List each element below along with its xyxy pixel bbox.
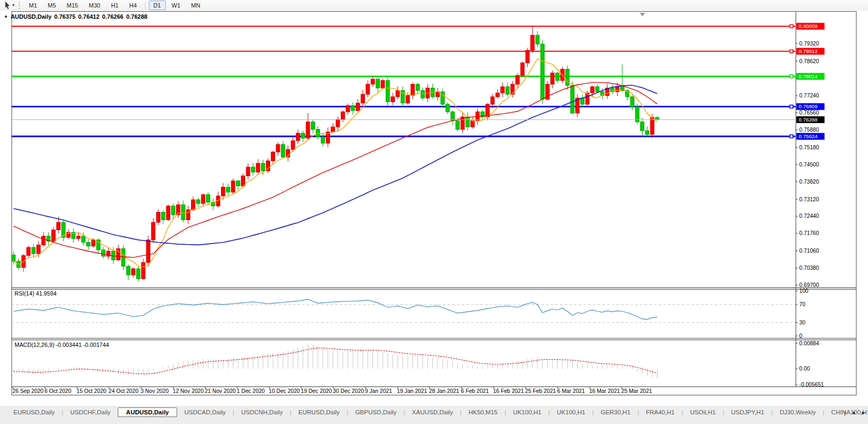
mt4-window: ▾ M1M5M15M30H1H4D1W1MN ▼ AUDUSD,Daily 0.… [0,0,868,424]
date-label: 19 Jan 2021 [397,388,428,394]
hline-handle[interactable] [790,135,793,138]
candle [551,73,554,84]
chart-tab-audusd-daily[interactable]: AUDUSD,Daily [118,407,178,417]
chart-tab-eurusd-daily[interactable]: EURUSD,Daily [6,407,62,417]
candle [540,44,544,99]
timeframe-button-h4[interactable]: H4 [124,1,141,10]
price-tick-label: 0.73820 [800,179,819,185]
tab-scroll-right-icon[interactable]: ► [861,410,866,415]
candle [132,269,135,275]
date-label: 19 Dec 2020 [301,388,332,394]
chart-tab-usdcnh-daily[interactable]: USDCNH,Daily [234,407,290,417]
date-label: 25 Feb 2021 [525,388,556,394]
tab-scroll-left-icon[interactable]: ◄ [851,410,856,415]
chart-window-border [12,11,856,395]
candle [656,117,659,119]
timeframe-button-m5[interactable]: M5 [43,1,60,10]
hline-handle[interactable] [790,75,793,78]
price-tick-label: 0.74500 [800,162,819,168]
timeframe-button-mn[interactable]: MN [186,1,205,10]
hline-handle[interactable] [790,105,793,108]
date-label: 24 Oct 2020 [109,388,139,394]
candle [57,222,60,230]
candle [147,240,150,262]
chart-tab-dj30-weekly[interactable]: DJ30,Weekly [773,407,823,417]
timeframe-button-w1[interactable]: W1 [167,1,186,10]
candle [301,133,305,138]
chart-dropdown-icon[interactable]: ▼ [4,14,8,19]
candle [421,90,424,98]
chart-tab-hk50-m15[interactable]: HK50,M15 [461,407,504,417]
rsi-tick-label: 0 [800,333,803,339]
timeframe-button-m1[interactable]: M1 [24,1,42,10]
chart-tab-eurusd-daily[interactable]: EURUSD,Daily [291,407,346,417]
hline-handle[interactable] [790,25,793,28]
candle [406,95,410,103]
candle [366,84,370,94]
candle [641,122,644,131]
candle [192,200,195,210]
rsi-tick-label: 30 [800,320,806,325]
timeframe-button-m30[interactable]: M30 [84,1,105,10]
candle [87,243,90,246]
candle [37,245,41,253]
chart-tab-gbpusd-daily[interactable]: GBPUSD,Daily [348,407,403,417]
candle [596,87,599,92]
price-tick-label: 0.76560 [800,110,819,116]
candle [346,105,350,112]
toolbar-grip[interactable] [19,2,20,9]
candle [276,145,280,152]
candle [196,200,200,203]
rsi-tick-label: 70 [800,301,806,307]
candle [386,80,390,102]
chart-tab-uk100-h1[interactable]: UK100,H1 [550,407,592,417]
hline-handle[interactable] [790,50,793,53]
chart-tab-usoil-h1[interactable]: USOil,H1 [683,407,722,417]
candle [555,73,559,80]
candle [620,87,624,90]
candle [526,50,529,63]
cursor-tool-button[interactable]: ▾ [2,1,16,10]
timeframe-button-d1[interactable]: D1 [149,1,166,10]
timeframe-button-h1[interactable]: H1 [106,1,123,10]
price-tick-label: 0.72440 [800,213,819,219]
chart-close: 0.76288 [126,13,148,20]
cursor-dropdown-icon[interactable]: ▾ [12,3,14,7]
chart-tab-usdjpy-h1[interactable]: USDJPY,H1 [724,407,771,417]
chart-area: 0.793200.786200.779400.772400.765600.758… [0,11,868,406]
date-label: 9 Jan 2021 [365,388,392,394]
candle [361,94,365,103]
timeframe-button-m15[interactable]: M15 [62,1,83,10]
date-label: 16 Feb 2021 [493,388,524,394]
candle [521,63,524,75]
date-label: 30 Dec 2020 [333,388,364,394]
candle [201,195,205,203]
date-label: 6 Mar 2021 [557,388,585,394]
cursor-icon [4,1,11,10]
candle [336,119,340,127]
price-tick-label: 0.75880 [800,127,819,133]
date-label: 26 Sep 2020 [12,388,43,394]
chart-tab-fra40-h1[interactable]: FRA40,H1 [639,407,682,417]
rsi-tick-label: 100 [800,288,809,294]
candle [531,35,535,50]
date-label: 25 Mar 2021 [621,388,652,394]
chart-tab-ger30-h1[interactable]: GER30,H1 [593,407,637,417]
date-label: 6 Feb 2021 [461,388,489,394]
candle [92,240,95,246]
chart-tab-uk100-h1[interactable]: UK100,H1 [506,407,549,417]
candle [591,87,595,93]
candle [291,141,295,149]
date-label: 15 Oct 2020 [77,388,106,394]
candle [226,187,230,192]
chart-tab-usdcad-daily[interactable]: USDCAD,Daily [177,407,232,417]
price-tick-label: 0.78620 [800,58,819,64]
chart-tab-usdchf-daily[interactable]: USDCHF,Daily [63,407,117,417]
price-badge-label: 0.78014 [799,73,818,79]
candle [446,104,450,112]
toolbar: ▾ M1M5M15M30H1H4D1W1MN [0,0,868,11]
price-tick-label: 0.71060 [800,248,819,254]
chart-tab-xauusd-daily[interactable]: XAUUSD,Daily [405,407,460,417]
candle [351,105,355,110]
candle [136,269,140,279]
